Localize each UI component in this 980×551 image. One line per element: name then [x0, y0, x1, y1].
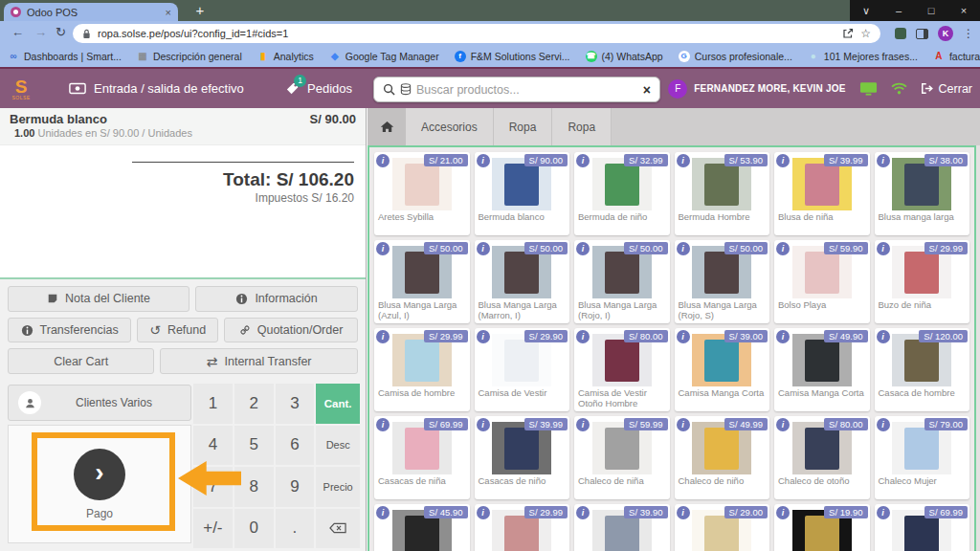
product-info-icon[interactable]: i: [376, 330, 390, 343]
product-info-icon[interactable]: i: [576, 154, 590, 167]
product-info-icon[interactable]: i: [877, 506, 890, 519]
bookmark-item[interactable]: ∞ Dashboards | Smart...: [8, 51, 122, 62]
clear-cart-button[interactable]: Clear Cart: [8, 348, 154, 374]
product-info-icon[interactable]: i: [376, 506, 390, 519]
address-bar[interactable]: ropa.solse.pe/pos/ui?config_id=1#cids=1 …: [73, 24, 880, 43]
product-card[interactable]: i S/ 80.00 Camisa de Vestir Otoño Hombre: [574, 328, 670, 411]
product-info-icon[interactable]: i: [776, 242, 790, 255]
info-button[interactable]: Información: [195, 286, 358, 312]
product-info-icon[interactable]: i: [576, 330, 590, 343]
product-card[interactable]: i S/ 32.99 Bermuda de niño: [574, 152, 670, 235]
numpad-key[interactable]: 1: [193, 384, 233, 424]
product-info-icon[interactable]: i: [576, 418, 590, 431]
product-card[interactable]: i S/ 59.99 Chaleco de niña: [574, 416, 670, 499]
product-info-icon[interactable]: i: [776, 154, 790, 167]
category-home-tab[interactable]: [368, 108, 406, 145]
product-card[interactable]: i S/ 49.99 Chaleco de niño: [675, 416, 770, 499]
product-info-icon[interactable]: i: [677, 418, 690, 431]
product-card[interactable]: i S/ 50.00 Blusa Manga Larga (Marron, I): [475, 240, 570, 323]
window-restore-icon[interactable]: □: [915, 0, 947, 21]
product-info-icon[interactable]: i: [477, 154, 490, 167]
browser-menu-icon[interactable]: ⋮: [963, 27, 974, 40]
new-tab-button[interactable]: +: [188, 0, 212, 21]
category-tab-ropa-2[interactable]: Ropa: [552, 108, 612, 145]
product-card[interactable]: i S/ 53.90 Bermuda Hombre: [675, 152, 770, 235]
product-info-icon[interactable]: i: [776, 330, 790, 343]
category-tab-accesorios[interactable]: Accesorios: [406, 108, 494, 145]
product-info-icon[interactable]: i: [877, 418, 890, 431]
window-dropdown-icon[interactable]: ∨: [850, 0, 882, 21]
product-card[interactable]: i S/ 69.99: [875, 504, 970, 551]
product-card[interactable]: i S/ 29.90 Camisa de Vestir: [475, 328, 570, 411]
extensions-icon[interactable]: [895, 28, 906, 39]
product-card[interactable]: i S/ 29.99: [475, 504, 570, 551]
product-search-bar[interactable]: ×: [373, 77, 660, 102]
window-minimize-icon[interactable]: –: [882, 0, 915, 21]
bookmark-item[interactable]: ▦ Descripción general: [137, 51, 242, 62]
close-session-button[interactable]: Cerrar: [921, 82, 972, 96]
product-card[interactable]: i S/ 45.90: [374, 504, 470, 551]
numpad-key[interactable]: 6: [276, 426, 315, 466]
orders-button[interactable]: 1 Pedidos: [285, 69, 352, 108]
profile-avatar[interactable]: K: [938, 26, 953, 41]
product-info-icon[interactable]: i: [776, 506, 790, 519]
side-panel-icon[interactable]: [916, 29, 928, 39]
product-info-icon[interactable]: i: [477, 330, 490, 343]
product-card[interactable]: i S/ 21.00 Aretes Sybilla: [374, 152, 470, 235]
customer-display-icon[interactable]: [859, 81, 878, 97]
bookmark-item[interactable]: ☎ (4) WhatsApp: [586, 51, 663, 62]
product-info-icon[interactable]: i: [576, 506, 590, 519]
numpad-key[interactable]: [316, 509, 360, 549]
browser-tab[interactable]: Odoo POS ×: [4, 3, 178, 21]
product-info-icon[interactable]: i: [877, 242, 890, 255]
product-card[interactable]: i S/ 49.90 Camisa Manga Corta: [774, 328, 870, 411]
quotation-order-button[interactable]: Quotation/Order: [224, 318, 358, 343]
cash-in-out-button[interactable]: Entrada / salida de efectivo: [69, 69, 244, 108]
product-info-icon[interactable]: i: [376, 242, 390, 255]
product-card[interactable]: i S/ 39.00 Camisa Manga Corta: [675, 328, 770, 411]
bookmark-item[interactable]: ▮ Analytics: [257, 51, 314, 62]
product-info-icon[interactable]: i: [877, 154, 890, 167]
reload-icon[interactable]: ↻: [56, 25, 66, 39]
product-info-icon[interactable]: i: [677, 154, 690, 167]
bookmark-item[interactable]: G Cursos profesionale...: [679, 51, 792, 62]
product-card[interactable]: i S/ 50.00 Blusa Manga Larga (Rojo, S): [675, 240, 770, 323]
bookmark-item[interactable]: ◆ Google Tag Manager: [329, 51, 439, 62]
search-clear-icon[interactable]: ×: [643, 82, 651, 98]
product-card[interactable]: i S/ 50.00 Blusa Manga Larga (Rojo, I): [574, 240, 670, 323]
product-card[interactable]: i S/ 120.00 Casaca de hombre: [875, 328, 970, 411]
bookmark-item[interactable]: ● 101 Mejores frases...: [808, 51, 918, 62]
product-info-icon[interactable]: i: [376, 418, 390, 431]
tab-close-icon[interactable]: ×: [166, 7, 171, 18]
numpad-key[interactable]: Desc: [316, 426, 360, 466]
share-icon[interactable]: [842, 28, 854, 39]
product-info-icon[interactable]: i: [877, 330, 890, 343]
numpad-key[interactable]: Precio: [316, 467, 360, 507]
customer-note-button[interactable]: Nota del Cliente: [8, 286, 189, 312]
product-card[interactable]: i S/ 29.00: [675, 504, 770, 551]
numpad-key[interactable]: 9: [276, 467, 315, 507]
search-input[interactable]: [416, 83, 638, 97]
product-info-icon[interactable]: i: [477, 418, 490, 431]
product-info-icon[interactable]: i: [677, 506, 690, 519]
transfers-button[interactable]: Transferencias: [8, 318, 131, 343]
product-card[interactable]: i S/ 19.90: [774, 504, 870, 551]
product-card[interactable]: i S/ 50.00 Blusa Manga Larga (Azul, I): [374, 240, 470, 323]
order-line[interactable]: Bermuda blanco S/ 90.00 1.00 Unidades en…: [0, 108, 366, 145]
product-card[interactable]: i S/ 39.90: [574, 504, 670, 551]
product-info-icon[interactable]: i: [677, 330, 690, 343]
numpad-key[interactable]: 4: [193, 426, 233, 466]
product-info-icon[interactable]: i: [576, 242, 590, 255]
numpad-key[interactable]: Cant.: [316, 384, 360, 424]
product-info-icon[interactable]: i: [776, 418, 790, 431]
forward-icon[interactable]: →: [34, 25, 47, 39]
customer-button[interactable]: Clientes Varios: [8, 385, 191, 421]
product-card[interactable]: i S/ 29.99 Camisa de hombre: [374, 328, 470, 411]
product-card[interactable]: i S/ 69.99 Casacas de niña: [374, 416, 470, 499]
internal-transfer-button[interactable]: ⇄ Internal Transfer: [160, 348, 358, 374]
product-info-icon[interactable]: i: [477, 506, 490, 519]
product-info-icon[interactable]: i: [677, 242, 690, 255]
product-card[interactable]: i S/ 80.00 Chaleco de otoño: [774, 416, 870, 499]
product-info-icon[interactable]: i: [376, 154, 390, 167]
refund-button[interactable]: ↺ Refund: [137, 318, 218, 343]
